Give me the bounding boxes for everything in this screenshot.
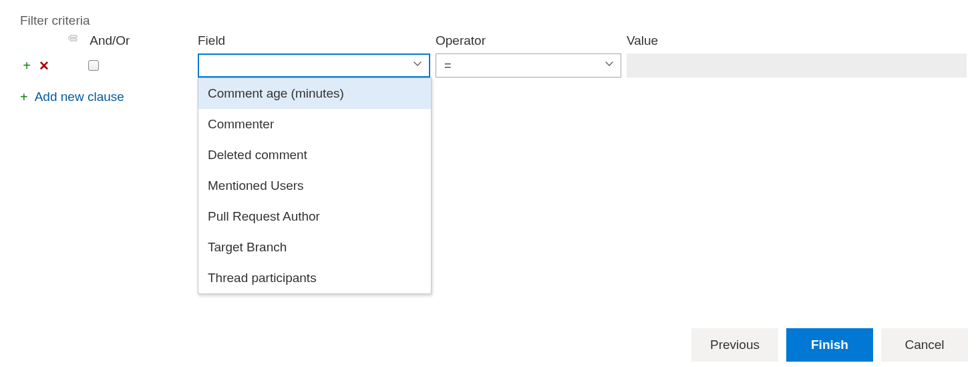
clause-row: + ✕ =: [20, 52, 968, 79]
field-option[interactable]: Thread participants: [198, 263, 431, 293]
group-clauses-icon: [68, 34, 79, 45]
add-new-clause-label: Add new clause: [35, 90, 124, 104]
svg-rect-1: [70, 39, 77, 41]
col-actions-header: ☰: [20, 33, 68, 48]
col-andor-header: And/Or: [68, 33, 198, 48]
field-option[interactable]: Commenter: [198, 109, 431, 140]
field-option[interactable]: Target Branch: [198, 232, 431, 263]
col-value-header: Value: [627, 33, 968, 48]
field-option[interactable]: Mentioned Users: [198, 170, 431, 201]
add-new-clause-link[interactable]: + Add new clause: [20, 90, 968, 104]
add-clause-icon[interactable]: +: [20, 59, 33, 72]
field-dropdown[interactable]: Comment age (minutes)CommenterDeleted co…: [198, 78, 432, 294]
cancel-button[interactable]: Cancel: [881, 328, 968, 362]
col-field-header: Field: [198, 33, 436, 48]
col-operator-header: Operator: [436, 33, 627, 48]
wizard-footer: Previous Finish Cancel: [691, 328, 968, 362]
field-option[interactable]: Deleted comment: [198, 140, 431, 170]
andor-label: And/Or: [90, 33, 130, 47]
chevron-down-icon: [413, 57, 422, 72]
operator-combobox[interactable]: =: [436, 53, 621, 78]
remove-clause-icon[interactable]: ✕: [37, 59, 51, 72]
field-option[interactable]: Pull Request Author: [198, 201, 431, 232]
chevron-down-icon: [605, 57, 614, 72]
columns-header: ☰ And/Or Field Operator Value: [20, 33, 968, 48]
previous-button[interactable]: Previous: [691, 328, 778, 362]
value-input[interactable]: [627, 53, 967, 78]
operator-combobox-value: =: [444, 59, 452, 73]
svg-rect-0: [70, 35, 77, 37]
x-icon: ✕: [39, 59, 49, 72]
plus-icon: +: [23, 59, 31, 72]
field-combobox[interactable]: [198, 53, 430, 78]
plus-icon: +: [20, 90, 28, 104]
filter-criteria-title: Filter criteria: [20, 13, 968, 28]
andor-checkbox[interactable]: [88, 60, 99, 71]
finish-button[interactable]: Finish: [786, 328, 873, 362]
field-option[interactable]: Comment age (minutes): [198, 78, 431, 109]
